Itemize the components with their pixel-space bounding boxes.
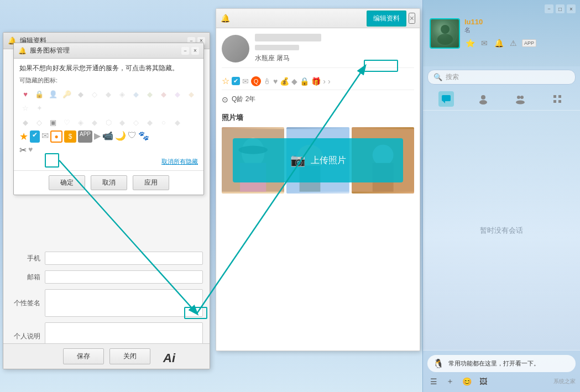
tab-apps[interactable]	[550, 91, 565, 107]
active-night[interactable]: 🌙	[115, 130, 126, 143]
svc-r9[interactable]: ◇	[130, 116, 142, 128]
svc-diamond1[interactable]: ◆	[75, 88, 87, 100]
svg-point-0	[441, 25, 450, 34]
svc-r1[interactable]: ◆	[19, 116, 32, 128]
qq-avatar-image	[431, 19, 459, 48]
service-icons-row-2: ◆ ◇ ▣ ♡ ◈ ◆ ⬡ ◆ ◇ ◆ ○ ◆	[19, 116, 198, 128]
active-scissors[interactable]: ✂	[19, 145, 27, 155]
qq-warning-icon[interactable]: ⚠	[508, 38, 519, 49]
active-paw[interactable]: 🐾	[138, 130, 149, 143]
svc-light-icon[interactable]: 🕯	[263, 77, 271, 86]
svc-qq-icon[interactable]: Q	[251, 76, 261, 86]
qq-mail-icon[interactable]: ✉	[479, 38, 490, 49]
svc-heart-icon[interactable]: ♥	[273, 77, 278, 86]
svc-check-icon[interactable]: ✔	[232, 77, 240, 85]
cancel-all-link[interactable]: 取消所有隐藏	[19, 158, 198, 166]
tab-chat[interactable]	[438, 91, 454, 107]
svc-r12[interactable]: ◆	[171, 116, 184, 128]
svc-r4[interactable]: ♡	[61, 116, 73, 128]
edit-profile-btn[interactable]: 编辑资料	[367, 11, 406, 27]
svc-more-icon[interactable]: ›	[328, 77, 331, 86]
active-star[interactable]: ★	[19, 130, 28, 143]
qq-maximize-btn[interactable]: □	[556, 4, 565, 13]
svc-r11[interactable]: ○	[158, 116, 170, 128]
service-apply-btn[interactable]: 应用	[133, 175, 169, 190]
svc-diamond4[interactable]: ◈	[116, 88, 128, 100]
svc-user1[interactable]: 👤	[47, 88, 59, 100]
emoticon-icon[interactable]: 😊	[461, 375, 473, 388]
active-cam[interactable]: 📹	[102, 130, 113, 143]
svc-gem3[interactable]: ◆	[158, 88, 170, 100]
svc-diamond-icon[interactable]: ◆	[291, 77, 297, 86]
qq-bell-icon[interactable]: 🔔	[493, 38, 504, 49]
svc-star-icon[interactable]: ☆	[222, 76, 229, 86]
svc-gem2[interactable]: ◆	[144, 88, 156, 100]
tab-contacts[interactable]	[476, 91, 491, 107]
qq-star-icon[interactable]: ⭐	[464, 38, 476, 49]
svc-arrow-icon[interactable]: ›	[323, 77, 326, 86]
description-row: 个人说明	[10, 322, 203, 343]
qq-bottom-actions: ☰ ＋ 😊 🖼 系统之家	[427, 375, 576, 388]
svg-point-5	[481, 95, 485, 100]
qq-avatar-area: lu110 名 ⭐ ✉ 🔔 ⚠ APP	[427, 15, 576, 51]
active-video[interactable]: ▶	[94, 130, 101, 143]
svc-cross[interactable]: ✦	[33, 102, 45, 114]
svc-gem5[interactable]: ◆	[185, 88, 197, 100]
svc-r8[interactable]: ◆	[116, 116, 128, 128]
upload-photos-btn[interactable]: 📷 上传照片	[233, 138, 403, 182]
svc-r7[interactable]: ⬡	[102, 116, 114, 128]
tab-groups[interactable]	[513, 91, 528, 107]
signature-input[interactable]	[45, 289, 203, 317]
profile-body: 水瓶座 屠马 ☆ ✔ ✉ Q 🕯 ♥ 💰 ◆ 🔒 🎁 › › ⊙ Q龄 2年 照…	[216, 28, 420, 351]
service-mgr-desc: 如果不想向好友展示您开通的服务，可点击将其隐藏。	[19, 63, 198, 73]
watermark: 系统之家	[553, 378, 576, 385]
svc-lock-black[interactable]: 🔒	[33, 88, 45, 100]
svc-gift-icon[interactable]: 🎁	[311, 77, 321, 86]
save-btn[interactable]: 保存	[63, 348, 104, 364]
active-coin[interactable]: $	[64, 130, 76, 143]
svc-r6[interactable]: ◆	[88, 116, 101, 128]
qq-search-bar[interactable]: 🔍 搜索	[427, 70, 576, 85]
add-icon[interactable]: ＋	[444, 375, 456, 388]
qq-close-btn[interactable]: ×	[567, 4, 576, 13]
svc-r10[interactable]: ◆	[144, 116, 156, 128]
svc-key[interactable]: 🔑	[61, 88, 73, 100]
description-input[interactable]	[45, 322, 203, 343]
svc-mail-icon[interactable]: ✉	[242, 77, 249, 86]
active-app[interactable]: APP	[78, 130, 92, 143]
qq-app-btn[interactable]: APP	[522, 39, 536, 47]
active-orange-circle[interactable]: ●	[50, 130, 62, 143]
svc-lock-icon[interactable]: 🔒	[300, 77, 309, 86]
profile-close-btn[interactable]: ×	[409, 13, 415, 24]
service-confirm-btn[interactable]: 确定	[49, 175, 85, 190]
svc-diamond3[interactable]: ◆	[102, 88, 114, 100]
close-btn[interactable]: 关闭	[109, 348, 150, 364]
phone-input[interactable]	[45, 252, 203, 265]
profile-user-row: 水瓶座 屠马	[222, 34, 414, 68]
email-input[interactable]	[45, 270, 203, 284]
svc-dollar-icon[interactable]: 💰	[280, 77, 289, 86]
service-mgr-minimize[interactable]: －	[181, 47, 189, 55]
svc-star-outline[interactable]: ☆	[19, 102, 32, 114]
service-mgr-title: 🔔 服务图标管理	[18, 46, 70, 55]
qq-avatar-box[interactable]	[430, 18, 460, 49]
svc-r5[interactable]: ◈	[75, 116, 87, 128]
photo-icon[interactable]: 🖼	[477, 375, 489, 388]
svg-point-1	[437, 34, 453, 45]
active-heart2[interactable]: ♥	[28, 145, 33, 155]
active-shield[interactable]: 🛡	[128, 130, 137, 143]
qq-minimize-btn[interactable]: －	[545, 4, 553, 13]
qq-main-window: － □ × lu110 名 ⭐ ✉	[422, 0, 580, 392]
svc-gem1[interactable]: ◆	[130, 88, 142, 100]
svc-r3[interactable]: ▣	[47, 116, 59, 128]
svc-heart-red[interactable]: ♥	[19, 88, 32, 100]
active-mail[interactable]: ✉	[41, 130, 49, 143]
svc-gem4[interactable]: ◆	[171, 88, 184, 100]
qq-notification[interactable]: 🐧 常用功能都在这里，打开看一下。	[427, 355, 576, 372]
service-cancel-btn[interactable]: 取消	[91, 175, 127, 190]
svc-diamond2[interactable]: ◇	[88, 88, 101, 100]
active-check[interactable]: ✔	[30, 130, 40, 143]
service-mgr-close[interactable]: ×	[191, 47, 199, 55]
menu-icon[interactable]: ☰	[427, 375, 440, 388]
svc-r2[interactable]: ◇	[33, 116, 45, 128]
